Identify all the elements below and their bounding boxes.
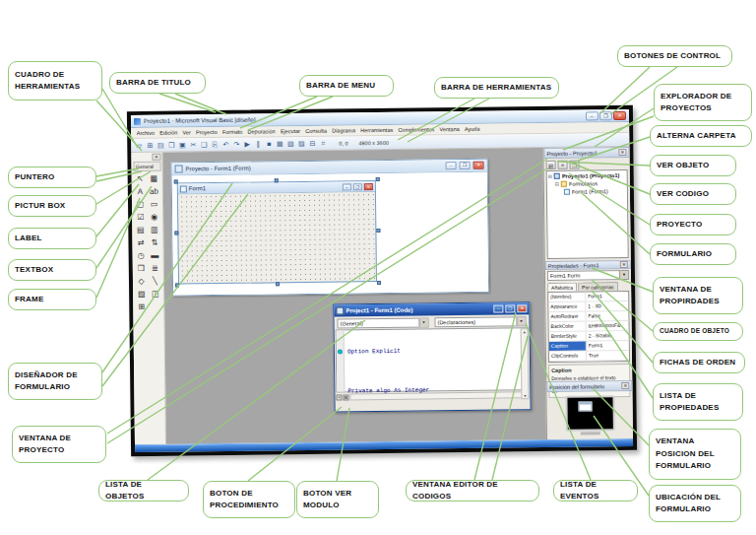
toolbox-tool-icon[interactable]: ▤ <box>134 225 147 236</box>
toolbox-tool-icon[interactable]: ❒ <box>135 263 148 275</box>
chevron-down-icon[interactable]: ▼ <box>619 271 628 279</box>
object-list-dropdown[interactable]: (General) ▼ <box>337 317 428 328</box>
menu-item[interactable]: Ventana <box>437 126 462 132</box>
tree-expander-icon[interactable]: ⊟ <box>555 181 559 187</box>
menu-item[interactable]: Archivo <box>134 130 158 136</box>
toolbar-icon[interactable]: ▣ <box>177 140 187 150</box>
menu-item[interactable]: Diagrama <box>330 127 358 133</box>
form1-minimize-button[interactable]: – <box>343 183 351 190</box>
close-icon[interactable]: ✕ <box>621 382 629 389</box>
menu-item[interactable]: Ayuda <box>462 126 482 132</box>
selection-handle[interactable] <box>175 284 179 288</box>
object-selector-dropdown[interactable]: Form1 Form ▼ <box>547 270 629 281</box>
callout-label: VENTANA DE PROPIRDADES <box>660 284 736 308</box>
toolbar-icon[interactable]: ⊞ <box>145 140 155 150</box>
toolbar-icon[interactable]: ↷ <box>231 139 241 149</box>
toolbar-icon[interactable]: ∥ <box>253 139 263 149</box>
menu-item[interactable]: Consulta <box>303 128 330 134</box>
tab-alfabetica[interactable]: Alfabética <box>547 283 577 292</box>
toolbox-tool-icon[interactable]: ▬ <box>149 250 161 262</box>
designer-minimize-button[interactable]: – <box>446 162 457 169</box>
toolbar-icon[interactable]: ⊟ <box>307 138 317 148</box>
menu-item[interactable]: Ejecutar <box>278 128 302 134</box>
toolbox-tool-icon[interactable]: ⇅ <box>148 237 160 249</box>
vertical-scrollbar[interactable]: ▲▼ <box>521 328 530 399</box>
toolbox-tool-icon[interactable]: ⊞ <box>135 301 148 313</box>
toolbar-icon[interactable]: ▤ <box>156 140 165 150</box>
form1-design-surface[interactable]: Form1 – ❐ ✕ <box>177 180 377 284</box>
toolbox-tool-icon[interactable]: ☑ <box>134 212 147 224</box>
selection-handle[interactable] <box>376 177 380 181</box>
property-row[interactable]: ClipControls True <box>549 351 629 362</box>
form1-grid-surface[interactable] <box>179 192 375 282</box>
designer-maximize-button[interactable]: ❐ <box>460 162 471 169</box>
toolbox-tool-icon[interactable]: ◇ <box>135 276 148 288</box>
form1-maximize-button[interactable]: ❐ <box>353 183 362 190</box>
selection-handle[interactable] <box>377 281 381 285</box>
maximize-button[interactable]: ❐ <box>599 111 612 120</box>
selection-handle[interactable] <box>174 232 178 235</box>
toolbox-tab-general[interactable]: General <box>133 162 160 171</box>
toolbar-icon[interactable]: ↶ <box>220 139 230 149</box>
chevron-down-icon[interactable]: ▼ <box>516 317 525 325</box>
selection-handle[interactable] <box>174 180 178 184</box>
toolbar-icon[interactable]: ▨ <box>296 138 306 148</box>
designer-close-button[interactable]: ✕ <box>473 162 484 169</box>
selection-handle[interactable] <box>275 178 279 182</box>
toolbox-tool-icon[interactable]: ▥ <box>148 225 160 236</box>
toolbox-tool-icon[interactable]: ▨ <box>135 289 148 301</box>
toolbox-tool-icon[interactable]: ╲ <box>149 276 161 288</box>
form1-close-button[interactable]: ✕ <box>364 183 373 190</box>
selection-handle[interactable] <box>376 229 380 233</box>
code-close-button[interactable]: ✕ <box>517 304 527 312</box>
toolbox-tool-icon[interactable]: ▭ <box>148 199 160 211</box>
form-position-thumbnail[interactable] <box>578 401 592 411</box>
close-icon[interactable]: ✕ <box>618 149 626 156</box>
toolbox-tool-icon[interactable]: ◷ <box>135 250 148 262</box>
toolbar-icon[interactable]: ■ <box>264 139 274 149</box>
toolbar-icon[interactable]: ⎘ <box>210 140 220 150</box>
breakpoint-dot[interactable] <box>338 349 343 354</box>
menu-item[interactable]: Complementos <box>396 126 437 133</box>
toolbox-tool-icon[interactable]: ◫ <box>149 289 161 301</box>
menu-item[interactable]: Formato <box>220 129 245 135</box>
selection-handle[interactable] <box>276 282 280 286</box>
close-icon[interactable]: ✕ <box>620 261 628 268</box>
tree-node-form[interactable]: Form1 (Form1) <box>548 187 626 196</box>
menu-item[interactable]: Depuración <box>245 128 278 134</box>
toolbox-tool-icon[interactable]: ▦ <box>148 173 160 185</box>
toolbox-tool-icon[interactable]: ⇄ <box>134 237 147 249</box>
callout-botones-de-control: BOTONES DE CONTROL <box>617 45 732 67</box>
toolbox-tool-icon[interactable]: ◉ <box>148 212 160 224</box>
toolbox-tool-icon[interactable]: ▢ <box>134 199 147 211</box>
view-code-button[interactable]: ≡ <box>558 160 568 168</box>
toolbar-icon[interactable]: ⌗ <box>318 138 328 148</box>
toolbar-icon[interactable]: ❒ <box>166 140 176 150</box>
toolbox-tool-icon[interactable]: ↖ <box>134 173 147 185</box>
menu-item[interactable]: Ver <box>180 129 194 135</box>
toolbar-icon[interactable]: ▦ <box>275 139 284 149</box>
toolbar-icon[interactable]: ▧ <box>285 139 295 149</box>
view-object-button[interactable]: ▤ <box>546 160 556 168</box>
code-maximize-button[interactable]: ❐ <box>505 304 515 312</box>
code-minimize-button[interactable]: – <box>493 304 503 312</box>
code-text-area[interactable]: Option Explicit Private algo As Integer <box>336 327 530 392</box>
toggle-folders-button[interactable]: ❒ <box>570 160 580 168</box>
event-list-dropdown[interactable]: (Declaraciones) ▼ <box>434 316 526 327</box>
procedure-view-button[interactable]: ≡ <box>336 394 342 400</box>
chevron-down-icon[interactable]: ▼ <box>418 318 427 326</box>
menu-item[interactable]: Proyecto <box>193 129 220 135</box>
tree-expander-icon[interactable]: ⊟ <box>548 173 552 179</box>
close-button[interactable]: ✕ <box>613 110 626 119</box>
toolbar-icon[interactable]: ▱ <box>134 140 144 150</box>
toolbar-icon[interactable]: ▶ <box>242 139 252 149</box>
toolbox-close-icon[interactable]: ✕ <box>152 154 160 161</box>
toolbox-tool-icon[interactable]: A <box>134 186 147 198</box>
minimize-button[interactable]: – <box>586 111 598 120</box>
toolbox-tool-icon[interactable]: ≣ <box>149 263 161 275</box>
toolbox-tool-icon[interactable]: ab <box>148 186 160 198</box>
toolbar-icon[interactable]: ❏ <box>199 140 209 150</box>
toolbar-icon[interactable]: ✂ <box>188 140 198 150</box>
menu-item[interactable]: Edición <box>158 129 180 135</box>
menu-item[interactable]: Herramientas <box>358 127 396 133</box>
